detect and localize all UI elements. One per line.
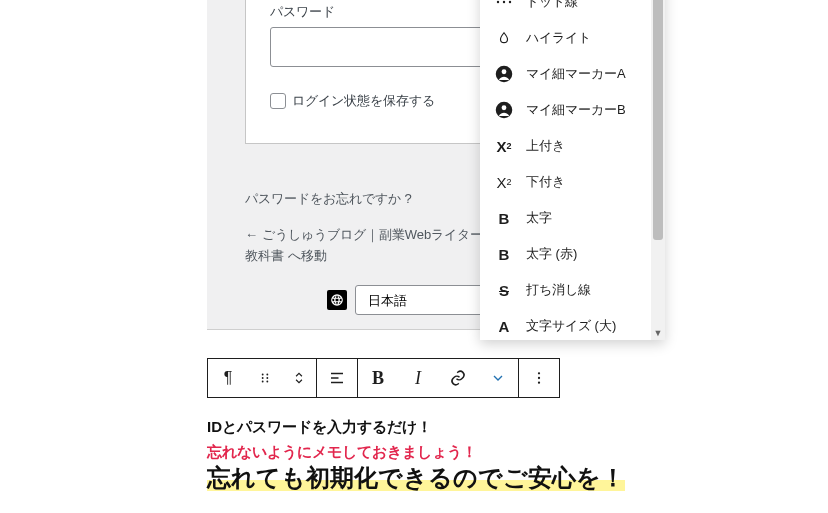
svg-point-1: [503, 1, 505, 3]
svg-point-4: [502, 69, 507, 74]
svg-point-18: [538, 382, 540, 384]
dropdown-item-9[interactable]: A文字サイズ (大): [480, 308, 665, 340]
language-switcher: 日本語: [327, 285, 505, 315]
dropdown-item-label: 太字 (赤): [526, 245, 577, 263]
svg-point-2: [509, 1, 511, 3]
align-icon[interactable]: [317, 359, 357, 397]
toolbar-group-overflow: [518, 358, 560, 398]
dropdown-item-label: ハイライト: [526, 29, 591, 47]
dropdown-item-1[interactable]: ハイライト: [480, 20, 665, 56]
dropdown-item-5[interactable]: X2下付き: [480, 164, 665, 200]
italic-button[interactable]: I: [398, 359, 438, 397]
move-up-down-icon[interactable]: [282, 359, 316, 397]
kebab-menu-icon[interactable]: [519, 359, 559, 397]
dropdown-item-label: 太字: [526, 209, 552, 227]
svg-point-12: [266, 381, 268, 383]
back-arrow: ←: [245, 227, 262, 242]
svg-point-9: [262, 377, 264, 379]
block-toolbar: ¶ B I: [207, 358, 560, 398]
svg-point-8: [266, 374, 268, 376]
dropdown-item-label: マイ細マーカーA: [526, 65, 626, 83]
paragraph-icon[interactable]: ¶: [208, 359, 248, 397]
svg-point-11: [262, 381, 264, 383]
body-text: IDとパスワードを入力するだけ！ 忘れないようにメモしておきましょう！ 忘れても…: [207, 418, 707, 494]
body-line-3-highlight: 忘れても初期化できるのでご安心を！: [207, 464, 625, 491]
svg-point-10: [266, 377, 268, 379]
translate-icon: [327, 290, 347, 310]
dropdown-item-3[interactable]: マイ細マーカーB: [480, 92, 665, 128]
toolbar-group-format: B I: [357, 358, 519, 398]
dropdown-scrollbar[interactable]: ▼: [651, 0, 665, 340]
dropdown-item-label: ドット線: [526, 0, 578, 11]
dropdown-item-6[interactable]: B太字: [480, 200, 665, 236]
drag-handle-icon[interactable]: [248, 359, 282, 397]
more-format-chevron-icon[interactable]: [478, 359, 518, 397]
dropdown-item-label: マイ細マーカーB: [526, 101, 626, 119]
toolbar-group-align: [316, 358, 358, 398]
dropdown-item-4[interactable]: X2上付き: [480, 128, 665, 164]
fontsize-icon: A: [494, 316, 514, 336]
dropdown-scroll-thumb[interactable]: [653, 0, 663, 240]
strikethrough-icon: S: [494, 280, 514, 300]
link-button[interactable]: [438, 359, 478, 397]
dropdown-item-label: 文字サイズ (大): [526, 317, 616, 335]
dropdown-item-label: 下付き: [526, 173, 565, 191]
dropdown-item-2[interactable]: マイ細マーカーA: [480, 56, 665, 92]
drop-icon: [494, 28, 514, 48]
dropdown-item-7[interactable]: B太字 (赤): [480, 236, 665, 272]
dropdown-item-0[interactable]: ドット線: [480, 0, 665, 20]
subscript-icon: X2: [494, 172, 514, 192]
remember-checkbox[interactable]: [270, 93, 286, 109]
format-dropdown: ドット線ハイライトマイ細マーカーAマイ細マーカーBX2上付きX2下付きB太字B太…: [480, 0, 665, 340]
toolbar-group-block: ¶: [207, 358, 317, 398]
dropdown-item-label: 上付き: [526, 137, 565, 155]
remember-label-wrap[interactable]: ログイン状態を保存する: [270, 92, 435, 110]
bold-icon: B: [494, 244, 514, 264]
dropdown-item-8[interactable]: S打ち消し線: [480, 272, 665, 308]
person-icon: [494, 100, 514, 120]
svg-point-16: [538, 372, 540, 374]
svg-point-0: [497, 1, 499, 3]
dropdown-scroll-down-icon[interactable]: ▼: [651, 326, 665, 340]
body-line-2: 忘れないようにメモしておきましょう！: [207, 443, 707, 462]
person-icon: [494, 64, 514, 84]
bold-icon: B: [494, 208, 514, 228]
svg-point-17: [538, 377, 540, 379]
dot-icon: [494, 0, 514, 12]
bold-button[interactable]: B: [358, 359, 398, 397]
superscript-icon: X2: [494, 136, 514, 156]
body-line-1: IDとパスワードを入力するだけ！: [207, 418, 707, 437]
remember-label: ログイン状態を保存する: [292, 92, 435, 110]
dropdown-item-label: 打ち消し線: [526, 281, 591, 299]
svg-point-6: [502, 105, 507, 110]
svg-point-7: [262, 374, 264, 376]
